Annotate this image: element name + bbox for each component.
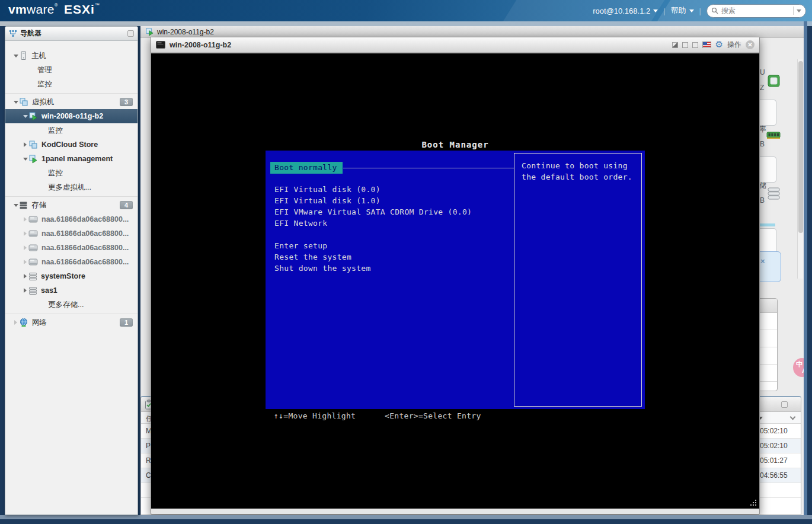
host-icon (19, 51, 28, 60)
boot-hint-select: <Enter>=Select Entry (385, 411, 481, 420)
task-time: 05:02:10 (760, 442, 788, 450)
sidebar-item-label: naa.61866da06ac68800... (41, 229, 129, 238)
close-icon[interactable]: ✕ (746, 40, 755, 49)
chevron-right-icon[interactable] (22, 231, 28, 236)
sidebar-item-host-manage[interactable]: 管理 (5, 63, 138, 77)
boot-menu-panel: Boot normally EFI Virtual disk (0.0) EFI… (266, 151, 645, 409)
search-icon (711, 7, 718, 14)
memory-icon (766, 130, 781, 142)
cpu-icon (767, 74, 781, 90)
vm-running-icon (28, 154, 38, 164)
chevron-right-icon[interactable] (22, 274, 28, 279)
clipped-text-fragment: Z (760, 84, 764, 92)
ime-english-label: A (802, 366, 804, 375)
sidebar-item-vm-kodcloud[interactable]: KodCloud Store (5, 138, 138, 152)
clipped-text-fragment: 率 (759, 124, 766, 135)
boot-action-list: Enter setup Reset the system Shut down t… (274, 240, 371, 274)
chevron-right-icon[interactable] (22, 260, 28, 264)
boot-hint-move: ↑↓=Move Highlight (274, 411, 356, 420)
ime-switch-button[interactable]: 中 A (793, 358, 804, 377)
console-restore-icon[interactable] (672, 42, 678, 48)
scrollbar-thumb[interactable] (798, 61, 803, 233)
vmware-esxi-logo: vmware®ESXi™ (8, 2, 100, 17)
boot-device-item: EFI Virtual disk (0.0) (274, 184, 472, 195)
sidebar-item-vm-1panel[interactable]: 1panel management (5, 152, 138, 166)
search-dropdown-icon[interactable] (797, 9, 801, 12)
chevron-down-icon[interactable] (22, 158, 28, 161)
sidebar-item-vm-monitor[interactable]: 监控 (5, 166, 138, 180)
sidebar-item-datastore-systemstore[interactable]: systemStore (5, 269, 138, 283)
sidebar-item-label: naa.61866da06ac68800... (41, 215, 129, 223)
count-badge: 1 (120, 318, 133, 327)
sidebar-item-host[interactable]: 主机 (5, 49, 138, 63)
boot-connector-line (343, 168, 514, 168)
console-maximize-icon[interactable] (692, 42, 698, 48)
chevron-right-icon[interactable] (22, 217, 28, 222)
panel-popout-icon[interactable] (781, 401, 788, 408)
tab-vm-win-2008[interactable]: win-2008-o11g-b2 (140, 26, 220, 38)
resize-grip-icon[interactable] (749, 498, 757, 507)
sidebar-item-storage[interactable]: 存储 4 (5, 198, 138, 212)
chevron-down-icon[interactable] (12, 55, 19, 57)
datastore-icon (28, 286, 37, 295)
sidebar-item-label: sas1 (41, 286, 57, 295)
chevron-down-icon[interactable] (790, 414, 796, 420)
sidebar-item-label: 管理 (37, 65, 52, 75)
navigator-header: 导航器 (5, 27, 138, 41)
close-icon[interactable]: × (760, 257, 765, 266)
panel-popout-icon[interactable] (127, 30, 134, 37)
sidebar-item-more-storage[interactable]: 更多存储... (5, 298, 138, 312)
storage-stack-icon (767, 187, 781, 203)
console-title-bar[interactable]: win-2008-o11g-b2 ⚙ 操作 ✕ (151, 37, 759, 53)
sidebar-item-disk-naa-1[interactable]: naa.61866da06ac68800... (5, 212, 138, 226)
chevron-down-icon[interactable] (12, 101, 19, 104)
chevron-right-icon[interactable] (22, 142, 28, 147)
task-time: 05:01:27 (760, 456, 788, 465)
sidebar-item-label: 监控 (48, 168, 63, 178)
sidebar-item-disk-naa-4[interactable]: naa.61866da06ac68800... (5, 255, 138, 269)
sidebar-item-host-monitor[interactable]: 监控 (5, 77, 138, 91)
sidebar-item-disk-naa-3[interactable]: naa.61866da06ac68800... (5, 241, 138, 255)
sidebar-item-label: 1panel management (41, 155, 113, 163)
boot-action-item: Enter setup (274, 240, 371, 251)
count-badge: 3 (120, 98, 133, 106)
sidebar-item-label: systemStore (41, 272, 85, 280)
search-input[interactable] (721, 7, 790, 15)
console-window-title: win-2008-o11g-b2 (170, 41, 672, 49)
clipped-text-fragment: 储 (759, 181, 766, 191)
sidebar-item-label: 更多虚拟机... (48, 183, 91, 193)
sidebar-item-more-vms[interactable]: 更多虚拟机... (5, 180, 138, 194)
sidebar-item-vm-monitor[interactable]: 监控 (5, 123, 138, 138)
sidebar-item-label: 更多存储... (48, 300, 84, 310)
boot-manager-title: Boot Manager (266, 140, 645, 149)
console-screen[interactable]: Boot Manager Boot normally EFI Virtual d… (151, 53, 759, 509)
header-gap-strip (0, 21, 812, 26)
help-menu[interactable]: 帮助 (671, 5, 694, 16)
sidebar-item-datastore-sas1[interactable]: sas1 (5, 283, 138, 298)
console-window-icon[interactable] (682, 42, 688, 48)
chevron-right-icon[interactable] (22, 245, 28, 250)
sidebar-item-disk-naa-2[interactable]: naa.61866da06ac68800... (5, 226, 138, 241)
sidebar-item-label: KodCloud Store (41, 140, 98, 149)
sidebar-item-label: 虚拟机 (32, 97, 55, 107)
keyboard-layout-flag-icon[interactable] (702, 41, 711, 48)
tree-separator (5, 93, 138, 94)
sidebar-item-label: 监控 (48, 126, 63, 136)
chevron-right-icon[interactable] (22, 288, 28, 293)
logo-registered: ® (55, 2, 58, 8)
sidebar-item-vm-win-2008[interactable]: win-2008-o11g-b2 (5, 109, 138, 123)
chevron-down-icon[interactable] (12, 204, 19, 207)
sidebar-item-network[interactable]: 网络 1 (5, 315, 138, 330)
user-menu[interactable]: root@10.168.1.2 (593, 7, 658, 15)
gear-icon[interactable]: ⚙ (715, 40, 723, 49)
chevron-down-icon[interactable] (22, 115, 28, 118)
navigator-tree: 主机 管理 监控 虚拟机 3 win-2008-o11g-b2 监控 KodCl… (5, 41, 138, 330)
tree-separator (5, 314, 138, 314)
actions-menu[interactable]: 操作 (727, 40, 741, 50)
vm-icon (19, 97, 28, 107)
sidebar-item-virtual-machines[interactable]: 虚拟机 3 (5, 95, 138, 109)
top-bar: vmware®ESXi™ root@10.168.1.2 | 帮助 | (0, 0, 812, 21)
chevron-right-icon[interactable] (12, 320, 19, 325)
datastore-icon (28, 272, 37, 281)
search-box[interactable] (706, 4, 806, 18)
